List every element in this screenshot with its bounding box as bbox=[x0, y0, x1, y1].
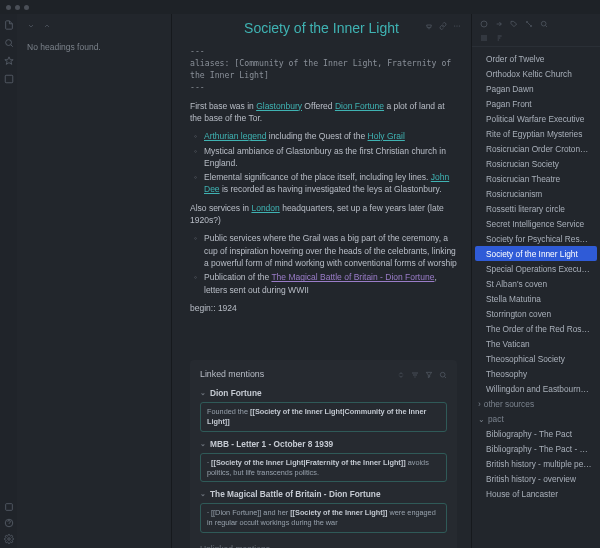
paragraph: Also services in London headquarters, se… bbox=[190, 202, 457, 227]
file-link-item[interactable]: Rossetti literary circle bbox=[472, 201, 600, 216]
more-icon[interactable] bbox=[453, 22, 461, 30]
svg-point-11 bbox=[530, 25, 531, 26]
fm-line: aliases: [Community of the Inner Light, … bbox=[190, 58, 457, 82]
linked-mention-title[interactable]: ⌄MBB - Letter 1 - October 8 1939 bbox=[200, 438, 447, 450]
editor-header: Society of the Inner Light bbox=[172, 14, 471, 46]
list-item: Mystical ambiance of Glastonbury as the … bbox=[190, 145, 457, 170]
outline-panel: No headings found. bbox=[17, 14, 172, 548]
note-title[interactable]: Society of the Inner Light bbox=[244, 20, 399, 36]
file-link-item[interactable]: British history - overview bbox=[472, 471, 600, 486]
svg-point-9 bbox=[481, 21, 487, 27]
search-mentions-icon[interactable] bbox=[439, 371, 447, 379]
bullet-list: Arthurian legend including the Quest of … bbox=[190, 130, 457, 196]
tags-icon[interactable] bbox=[510, 20, 518, 28]
file-link-item[interactable]: Special Operations Executive bbox=[472, 261, 600, 276]
svg-point-8 bbox=[440, 372, 445, 377]
fm-line: --- bbox=[190, 82, 457, 94]
linked-mention-excerpt[interactable]: · [[Dion Fortune]] and her [[Society of … bbox=[200, 503, 447, 533]
file-link-item[interactable]: Willingdon and Eastbourne cov… bbox=[472, 381, 600, 396]
file-link-item[interactable]: Theosophical Society bbox=[472, 351, 600, 366]
file-link-item[interactable]: Theosophy bbox=[472, 366, 600, 381]
svg-point-4 bbox=[7, 538, 10, 541]
sort-icon[interactable] bbox=[411, 371, 419, 379]
collapse-icon[interactable] bbox=[27, 22, 35, 30]
linked-mention-title[interactable]: ⌄The Magical Battle of Britain - Dion Fo… bbox=[200, 488, 447, 500]
file-link-item[interactable]: Rite of Egyptian Mysteries bbox=[472, 126, 600, 141]
file-link-list: Order of TwelveOrthodox Keltic ChurchPag… bbox=[472, 47, 600, 548]
file-link-item[interactable]: Pagan Dawn bbox=[472, 81, 600, 96]
link-glastonbury[interactable]: Glastonbury bbox=[256, 101, 302, 111]
file-link-item[interactable]: Stella Matutina bbox=[472, 291, 600, 306]
file-link-item[interactable]: Society of the Inner Light bbox=[475, 246, 597, 261]
star-icon[interactable] bbox=[4, 56, 14, 66]
help-icon[interactable] bbox=[4, 518, 14, 528]
collapse-all-icon[interactable] bbox=[397, 371, 405, 379]
folder-other-sources[interactable]: › other sources bbox=[472, 396, 600, 411]
linked-mention-item[interactable]: ⌄Dion FortuneFounded the [[Society of th… bbox=[200, 387, 447, 432]
sort-side-icon[interactable] bbox=[495, 34, 503, 42]
editor-body[interactable]: --- aliases: [Community of the Inner Lig… bbox=[172, 46, 471, 548]
backlinks-icon[interactable] bbox=[480, 20, 488, 28]
tree-icon[interactable] bbox=[480, 34, 488, 42]
chevron-down-icon: ⌄ bbox=[200, 439, 206, 449]
sidebar-tabs bbox=[472, 14, 600, 34]
list-item: Elemental significance of the place itse… bbox=[190, 171, 457, 196]
file-link-item[interactable]: Rosicrucianism bbox=[472, 186, 600, 201]
linked-mention-excerpt[interactable]: · [[Society of the Inner Light|Fraternit… bbox=[200, 453, 447, 483]
file-link-item[interactable]: Rosicrucian Society bbox=[472, 156, 600, 171]
svg-point-10 bbox=[526, 21, 527, 22]
file-link-item[interactable]: House of Lancaster bbox=[472, 486, 600, 501]
file-link-item[interactable]: Order of Twelve bbox=[472, 51, 600, 66]
command-icon[interactable] bbox=[4, 74, 14, 84]
link-dion-fortune[interactable]: Dion Fortune bbox=[335, 101, 384, 111]
file-link-item[interactable]: Secret Intelligence Service bbox=[472, 216, 600, 231]
linked-mention-excerpt[interactable]: Founded the [[Society of the Inner Light… bbox=[200, 402, 447, 432]
pin-icon[interactable] bbox=[425, 22, 433, 30]
settings-icon[interactable] bbox=[4, 534, 14, 544]
linked-mention-item[interactable]: ⌄MBB - Letter 1 - October 8 1939· [[Soci… bbox=[200, 438, 447, 483]
link-icon[interactable] bbox=[439, 22, 447, 30]
linked-mention-title[interactable]: ⌄Dion Fortune bbox=[200, 387, 447, 399]
file-link-item[interactable]: British history - multiple periods bbox=[472, 456, 600, 471]
file-link-item[interactable]: Rosicrucian Order Crotona Fell… bbox=[472, 141, 600, 156]
traffic-light-close[interactable] bbox=[6, 5, 11, 10]
svg-point-5 bbox=[454, 26, 455, 27]
traffic-light-min[interactable] bbox=[15, 5, 20, 10]
traffic-light-max[interactable] bbox=[24, 5, 29, 10]
file-link-item[interactable]: Storrington coven bbox=[472, 306, 600, 321]
outline-toolbar bbox=[27, 22, 161, 30]
file-link-item[interactable]: Rosicrucian Theatre bbox=[472, 171, 600, 186]
paragraph: First base was in Glastonbury Offered Di… bbox=[190, 100, 457, 125]
file-link-item[interactable]: Political Warfare Executive bbox=[472, 111, 600, 126]
outgoing-icon[interactable] bbox=[495, 20, 503, 28]
link-london[interactable]: London bbox=[251, 203, 279, 213]
link-magical-battle[interactable]: The Magical Battle of Britain - Dion For… bbox=[271, 272, 434, 282]
right-sidebar: Order of TwelveOrthodox Keltic ChurchPag… bbox=[472, 14, 600, 548]
filter-icon[interactable] bbox=[425, 371, 433, 379]
outline-empty: No headings found. bbox=[27, 42, 161, 52]
file-link-item[interactable]: Bibliography - The Pact bbox=[472, 426, 600, 441]
folder-pact[interactable]: ⌄ pact bbox=[472, 411, 600, 426]
linked-mention-item[interactable]: ⌄The Magical Battle of Britain - Dion Fo… bbox=[200, 488, 447, 533]
link-arthurian[interactable]: Arthurian legend bbox=[204, 131, 266, 141]
file-link-item[interactable]: Pagan Front bbox=[472, 96, 600, 111]
graph-icon[interactable] bbox=[525, 20, 533, 28]
file-link-item[interactable]: The Order of the Red Rose and… bbox=[472, 321, 600, 336]
file-link-item[interactable]: Society for Psychical Research bbox=[472, 231, 600, 246]
expand-icon[interactable] bbox=[43, 22, 51, 30]
list-item: Public services where the Grail was a bi… bbox=[190, 232, 457, 269]
files-icon[interactable] bbox=[4, 20, 14, 30]
search-icon[interactable] bbox=[4, 38, 14, 48]
svg-point-7 bbox=[459, 26, 460, 27]
search-side-icon[interactable] bbox=[540, 20, 548, 28]
frontmatter: --- aliases: [Community of the Inner Lig… bbox=[190, 46, 457, 94]
activity-bar bbox=[0, 14, 17, 548]
vault-icon[interactable] bbox=[4, 502, 14, 512]
file-link-item[interactable]: St Alban's coven bbox=[472, 276, 600, 291]
unlinked-mentions[interactable]: Unlinked mentions bbox=[200, 543, 447, 548]
chevron-down-icon: ⌄ bbox=[478, 414, 485, 424]
link-holy-grail[interactable]: Holy Grail bbox=[368, 131, 405, 141]
file-link-item[interactable]: The Vatican bbox=[472, 336, 600, 351]
file-link-item[interactable]: Bibliography - The Pact - Work… bbox=[472, 441, 600, 456]
file-link-item[interactable]: Orthodox Keltic Church bbox=[472, 66, 600, 81]
